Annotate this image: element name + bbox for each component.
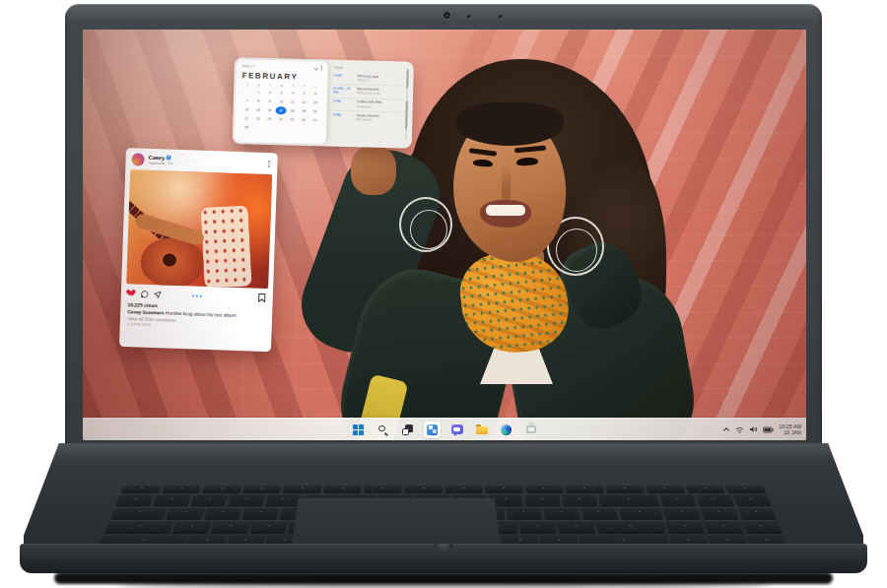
calendar-day (252, 123, 264, 131)
keyboard-key (110, 507, 167, 519)
caption-author[interactable]: Casey Summers (127, 309, 164, 315)
more-vertical-icon[interactable] (266, 159, 272, 169)
agenda-line: Downtown (357, 104, 382, 109)
chevron-up-icon[interactable] (722, 426, 730, 432)
search-icon[interactable] (375, 422, 391, 438)
keyboard-key (598, 493, 659, 504)
keyboard-key (543, 507, 580, 519)
keyboard-key (704, 520, 743, 532)
username[interactable]: Casey (149, 155, 166, 162)
agenda-time: 9 AM (333, 73, 354, 82)
agenda-scrollbar[interactable] (404, 70, 408, 141)
store-icon[interactable] (522, 422, 539, 438)
bangs (455, 102, 564, 146)
calendar-day[interactable]: 16 (264, 105, 276, 113)
keyboard-key (116, 493, 155, 504)
agenda-time: 4 PM (332, 112, 353, 121)
calendar-day[interactable]: 6 (309, 90, 321, 98)
calendar-day[interactable]: 12 (299, 98, 310, 105)
edge-icon[interactable] (498, 422, 514, 438)
agenda-item[interactable]: 4 PMStudio sessionMix review (332, 109, 403, 124)
calendar-day[interactable]: 8 (252, 97, 264, 104)
keyboard-key (742, 520, 783, 532)
keyboard-key (172, 520, 212, 532)
chevron-down-icon[interactable] (313, 66, 318, 71)
calendar-day[interactable]: 26 (298, 115, 309, 123)
calendar-day[interactable]: 28 (240, 123, 252, 131)
wifi-icon[interactable] (735, 425, 744, 433)
like-heart-icon[interactable] (128, 290, 136, 296)
volume-icon[interactable] (749, 425, 758, 433)
keyboard-key (204, 507, 241, 519)
calendar-day (275, 124, 287, 132)
keyboard-key (659, 493, 697, 504)
calendar-day[interactable]: 17 (275, 106, 287, 114)
hoop-earring (410, 210, 447, 249)
start-icon[interactable] (350, 422, 367, 438)
calendar-day[interactable]: 11 (287, 98, 299, 105)
calendar-day[interactable]: 20 (309, 107, 321, 115)
calendar-day[interactable]: 7 (241, 97, 253, 104)
agenda-text: Coffee with AlexDowntown (357, 100, 382, 109)
battery-icon[interactable] (763, 426, 774, 433)
comment-icon[interactable] (141, 290, 149, 297)
calendar-day[interactable]: 13 (309, 98, 321, 106)
tray-date: 10 JAN (779, 429, 801, 435)
social-post-card[interactable]: Casey ✓ Nashville, TN (119, 148, 278, 352)
widgets-icon[interactable] (424, 422, 441, 438)
calendar-day[interactable]: 27 (309, 116, 321, 124)
keyboard-key (732, 493, 771, 504)
share-icon[interactable] (154, 291, 162, 298)
bookmark-icon[interactable] (258, 294, 266, 302)
chat-icon[interactable] (448, 422, 465, 438)
post-photo[interactable] (126, 169, 272, 289)
calendar-dow: F (299, 84, 310, 88)
calendar-day (298, 124, 309, 132)
calendar-day[interactable]: 18 (287, 106, 299, 114)
keyboard-key (725, 486, 766, 492)
agenda-time: 11 AM – 12 PM (333, 87, 354, 96)
calendar-day[interactable]: 15 (252, 105, 264, 113)
calendar-day[interactable]: 22 (252, 114, 264, 122)
calendar-day (308, 125, 320, 133)
webcam (443, 11, 451, 20)
calendar-header-label: Wed 17 (242, 64, 254, 68)
calendar-agenda-panel: Today 9 AMMorning yogaStudio 311 AM – 12… (330, 63, 410, 146)
calendar-day[interactable]: 4 (287, 89, 299, 97)
calendar-day[interactable]: 14 (241, 105, 253, 113)
agenda-text: Morning yogaStudio 3 (357, 74, 378, 83)
calendar-day[interactable]: 19 (298, 106, 309, 114)
keyboard-key (665, 520, 705, 532)
keyboard-key (242, 486, 282, 492)
calendar-day[interactable]: 3 (276, 89, 288, 97)
calendar-day[interactable]: 2 (264, 88, 276, 96)
keyboard-key (265, 493, 302, 504)
calendar-day[interactable]: 25 (287, 115, 299, 123)
task-view-icon[interactable] (399, 422, 416, 438)
calendar-day[interactable]: 23 (263, 114, 275, 122)
agenda-time: 2 PM (333, 99, 354, 108)
calendar-dow: T (287, 84, 299, 88)
calendar-day[interactable]: 21 (240, 114, 252, 122)
lid-notch (434, 544, 453, 550)
calendar-widget[interactable]: Wed 17 FEBRUARY SMTWTFS 1234567891011121… (233, 57, 414, 149)
keyboard-key (595, 520, 665, 532)
avatar[interactable] (131, 153, 144, 165)
file-explorer-icon[interactable] (473, 422, 490, 438)
keyboard-key (662, 507, 701, 519)
calendar-day[interactable]: 1 (253, 88, 265, 96)
clock[interactable]: 10:25 AM 10 JAN (779, 424, 801, 436)
keyboard-key (525, 486, 564, 492)
more-icon[interactable] (320, 68, 321, 69)
white-tank-top (200, 205, 251, 288)
keyboard-key (565, 486, 603, 492)
system-tray: 10:25 AM 10 JAN (722, 419, 801, 440)
calendar-day[interactable]: 10 (275, 98, 287, 105)
agenda-text: Studio sessionMix review (356, 113, 379, 122)
keyboard-key (202, 486, 241, 492)
keyboard-key (605, 486, 645, 492)
calendar-day[interactable]: 5 (299, 89, 310, 97)
calendar-day[interactable]: 24 (275, 115, 287, 123)
keyboard-key (444, 486, 482, 492)
calendar-day[interactable]: 9 (264, 97, 276, 104)
